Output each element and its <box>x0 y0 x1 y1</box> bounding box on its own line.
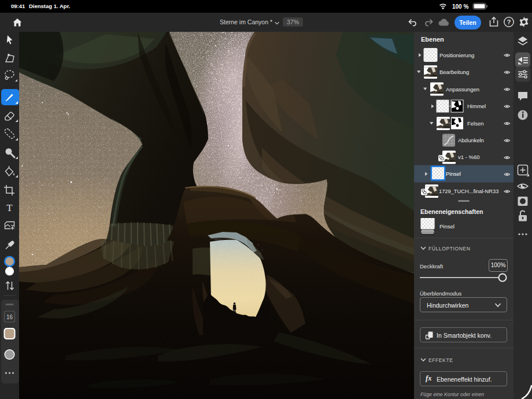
svg-text:Positionierung: Positionierung <box>439 52 474 58</box>
svg-text:v1 - %60: v1 - %60 <box>458 154 480 160</box>
svg-text:Felsen: Felsen <box>467 120 484 127</box>
svg-text:Anpassungen: Anpassungen <box>446 86 479 93</box>
svg-text:16: 16 <box>6 314 13 320</box>
svg-text:?: ? <box>507 19 511 25</box>
svg-text:1729_TUCH...final-NR33: 1729_TUCH...final-NR33 <box>439 189 498 194</box>
svg-text:T: T <box>6 202 13 213</box>
svg-text:Bearbeitung: Bearbeitung <box>439 69 469 75</box>
svg-text:Pinsel: Pinsel <box>446 171 461 177</box>
svg-text:Abdunkeln: Abdunkeln <box>458 137 484 143</box>
svg-text:Himmel: Himmel <box>467 103 486 109</box>
svg-text:100 %: 100 % <box>452 3 468 10</box>
